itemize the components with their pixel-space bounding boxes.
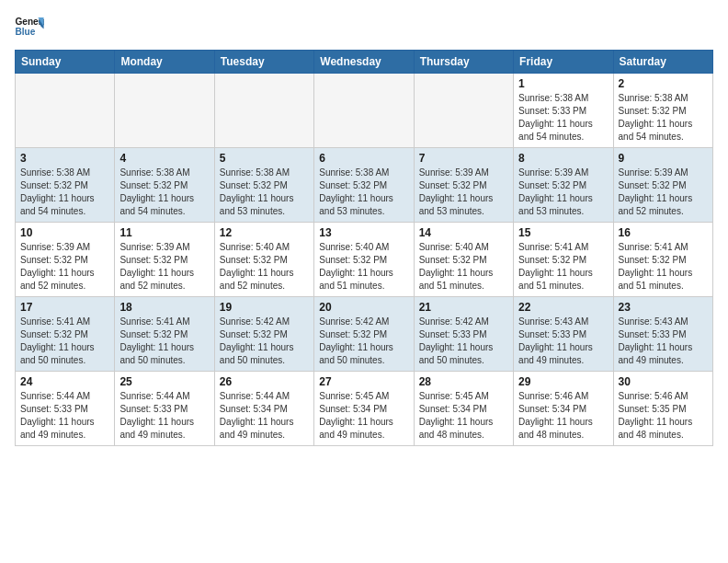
- day-info: Sunrise: 5:46 AM Sunset: 5:35 PM Dayligh…: [619, 390, 708, 442]
- day-info: Sunrise: 5:39 AM Sunset: 5:32 PM Dayligh…: [20, 241, 109, 293]
- calendar-day-cell: 17Sunrise: 5:41 AM Sunset: 5:32 PM Dayli…: [16, 297, 115, 372]
- day-number: 23: [619, 301, 708, 314]
- calendar-day-cell: 6Sunrise: 5:38 AM Sunset: 5:32 PM Daylig…: [314, 148, 414, 223]
- weekday-header-friday: Friday: [514, 51, 613, 74]
- day-info: Sunrise: 5:39 AM Sunset: 5:32 PM Dayligh…: [119, 241, 209, 293]
- calendar-day-cell: 7Sunrise: 5:39 AM Sunset: 5:32 PM Daylig…: [414, 148, 513, 223]
- day-number: 18: [119, 301, 209, 314]
- day-number: 9: [619, 152, 708, 165]
- day-info: Sunrise: 5:44 AM Sunset: 5:33 PM Dayligh…: [20, 390, 109, 442]
- calendar-day-cell: 28Sunrise: 5:45 AM Sunset: 5:34 PM Dayli…: [414, 372, 513, 446]
- day-info: Sunrise: 5:38 AM Sunset: 5:32 PM Dayligh…: [20, 167, 109, 218]
- calendar-day-cell: 26Sunrise: 5:44 AM Sunset: 5:34 PM Dayli…: [214, 372, 313, 446]
- day-number: 24: [20, 375, 109, 388]
- day-info: Sunrise: 5:45 AM Sunset: 5:34 PM Dayligh…: [319, 390, 408, 442]
- calendar-day-cell: [214, 74, 313, 148]
- day-number: 29: [518, 375, 608, 388]
- calendar-day-cell: [16, 74, 115, 148]
- day-info: Sunrise: 5:42 AM Sunset: 5:32 PM Dayligh…: [220, 316, 309, 367]
- day-info: Sunrise: 5:38 AM Sunset: 5:32 PM Dayligh…: [319, 167, 408, 218]
- day-number: 11: [119, 226, 209, 239]
- calendar-day-cell: [115, 74, 214, 148]
- day-number: 13: [319, 226, 408, 239]
- calendar-day-cell: 4Sunrise: 5:38 AM Sunset: 5:32 PM Daylig…: [115, 148, 214, 223]
- calendar-week-row: 1Sunrise: 5:38 AM Sunset: 5:33 PM Daylig…: [16, 74, 713, 148]
- day-number: 10: [20, 226, 109, 239]
- weekday-header-thursday: Thursday: [414, 51, 513, 74]
- weekday-header-sunday: Sunday: [16, 51, 115, 74]
- calendar-day-cell: 24Sunrise: 5:44 AM Sunset: 5:33 PM Dayli…: [16, 372, 115, 446]
- day-number: 27: [319, 375, 408, 388]
- day-info: Sunrise: 5:40 AM Sunset: 5:32 PM Dayligh…: [319, 241, 408, 293]
- day-number: 2: [619, 77, 708, 90]
- day-number: 28: [419, 375, 508, 388]
- day-info: Sunrise: 5:41 AM Sunset: 5:32 PM Dayligh…: [20, 316, 109, 367]
- weekday-header-monday: Monday: [115, 51, 214, 74]
- weekday-header-wednesday: Wednesday: [314, 51, 414, 74]
- day-number: 4: [119, 152, 209, 165]
- day-number: 22: [518, 301, 608, 314]
- calendar-day-cell: 1Sunrise: 5:38 AM Sunset: 5:33 PM Daylig…: [514, 74, 613, 148]
- calendar-day-cell: 18Sunrise: 5:41 AM Sunset: 5:32 PM Dayli…: [115, 297, 214, 372]
- day-number: 20: [319, 301, 408, 314]
- calendar-day-cell: 14Sunrise: 5:40 AM Sunset: 5:32 PM Dayli…: [414, 223, 513, 297]
- calendar-day-cell: 10Sunrise: 5:39 AM Sunset: 5:32 PM Dayli…: [16, 223, 115, 297]
- day-info: Sunrise: 5:42 AM Sunset: 5:33 PM Dayligh…: [419, 316, 508, 367]
- day-info: Sunrise: 5:41 AM Sunset: 5:32 PM Dayligh…: [619, 241, 708, 293]
- day-info: Sunrise: 5:39 AM Sunset: 5:32 PM Dayligh…: [518, 167, 608, 218]
- day-info: Sunrise: 5:42 AM Sunset: 5:32 PM Dayligh…: [319, 316, 408, 367]
- day-number: 12: [220, 226, 309, 239]
- calendar-day-cell: 9Sunrise: 5:39 AM Sunset: 5:32 PM Daylig…: [613, 148, 712, 223]
- day-number: 3: [20, 152, 109, 165]
- day-number: 7: [419, 152, 508, 165]
- day-number: 30: [619, 375, 708, 388]
- day-info: Sunrise: 5:38 AM Sunset: 5:33 PM Dayligh…: [518, 92, 608, 144]
- day-number: 17: [20, 301, 109, 314]
- svg-text:Blue: Blue: [15, 27, 35, 37]
- day-info: Sunrise: 5:38 AM Sunset: 5:32 PM Dayligh…: [619, 92, 708, 144]
- day-number: 6: [319, 152, 408, 165]
- calendar-day-cell: 30Sunrise: 5:46 AM Sunset: 5:35 PM Dayli…: [613, 372, 712, 446]
- calendar-day-cell: 20Sunrise: 5:42 AM Sunset: 5:32 PM Dayli…: [314, 297, 414, 372]
- calendar-day-cell: 21Sunrise: 5:42 AM Sunset: 5:33 PM Dayli…: [414, 297, 513, 372]
- calendar-day-cell: 12Sunrise: 5:40 AM Sunset: 5:32 PM Dayli…: [214, 223, 313, 297]
- day-info: Sunrise: 5:39 AM Sunset: 5:32 PM Dayligh…: [619, 167, 708, 218]
- calendar-week-row: 10Sunrise: 5:39 AM Sunset: 5:32 PM Dayli…: [16, 223, 713, 297]
- weekday-header-row: SundayMondayTuesdayWednesdayThursdayFrid…: [16, 51, 713, 74]
- day-info: Sunrise: 5:40 AM Sunset: 5:32 PM Dayligh…: [220, 241, 309, 293]
- day-info: Sunrise: 5:43 AM Sunset: 5:33 PM Dayligh…: [619, 316, 708, 367]
- day-info: Sunrise: 5:41 AM Sunset: 5:32 PM Dayligh…: [518, 241, 608, 293]
- calendar-day-cell: 27Sunrise: 5:45 AM Sunset: 5:34 PM Dayli…: [314, 372, 414, 446]
- calendar-day-cell: 22Sunrise: 5:43 AM Sunset: 5:33 PM Dayli…: [514, 297, 613, 372]
- calendar-day-cell: 23Sunrise: 5:43 AM Sunset: 5:33 PM Dayli…: [613, 297, 712, 372]
- day-number: 14: [419, 226, 508, 239]
- day-number: 15: [518, 226, 608, 239]
- calendar-day-cell: 15Sunrise: 5:41 AM Sunset: 5:32 PM Dayli…: [514, 223, 613, 297]
- calendar-week-row: 24Sunrise: 5:44 AM Sunset: 5:33 PM Dayli…: [16, 372, 713, 446]
- day-info: Sunrise: 5:43 AM Sunset: 5:33 PM Dayligh…: [518, 316, 608, 367]
- calendar-day-cell: 29Sunrise: 5:46 AM Sunset: 5:34 PM Dayli…: [514, 372, 613, 446]
- weekday-header-saturday: Saturday: [613, 51, 712, 74]
- day-info: Sunrise: 5:41 AM Sunset: 5:32 PM Dayligh…: [119, 316, 209, 367]
- calendar-day-cell: 5Sunrise: 5:38 AM Sunset: 5:32 PM Daylig…: [214, 148, 313, 223]
- logo: General Blue: [15, 15, 48, 40]
- calendar-day-cell: 3Sunrise: 5:38 AM Sunset: 5:32 PM Daylig…: [16, 148, 115, 223]
- day-number: 26: [220, 375, 309, 388]
- calendar-day-cell: 19Sunrise: 5:42 AM Sunset: 5:32 PM Dayli…: [214, 297, 313, 372]
- day-info: Sunrise: 5:40 AM Sunset: 5:32 PM Dayligh…: [419, 241, 508, 293]
- day-info: Sunrise: 5:45 AM Sunset: 5:34 PM Dayligh…: [419, 390, 508, 442]
- calendar-day-cell: 11Sunrise: 5:39 AM Sunset: 5:32 PM Dayli…: [115, 223, 214, 297]
- day-number: 25: [119, 375, 209, 388]
- page-header: General Blue: [15, 15, 713, 40]
- calendar-day-cell: 8Sunrise: 5:39 AM Sunset: 5:32 PM Daylig…: [514, 148, 613, 223]
- weekday-header-tuesday: Tuesday: [214, 51, 313, 74]
- day-number: 16: [619, 226, 708, 239]
- day-info: Sunrise: 5:44 AM Sunset: 5:33 PM Dayligh…: [119, 390, 209, 442]
- calendar-week-row: 17Sunrise: 5:41 AM Sunset: 5:32 PM Dayli…: [16, 297, 713, 372]
- day-info: Sunrise: 5:38 AM Sunset: 5:32 PM Dayligh…: [119, 167, 209, 218]
- calendar-day-cell: [414, 74, 513, 148]
- day-number: 8: [518, 152, 608, 165]
- calendar-week-row: 3Sunrise: 5:38 AM Sunset: 5:32 PM Daylig…: [16, 148, 713, 223]
- day-info: Sunrise: 5:44 AM Sunset: 5:34 PM Dayligh…: [220, 390, 309, 442]
- day-info: Sunrise: 5:39 AM Sunset: 5:32 PM Dayligh…: [419, 167, 508, 218]
